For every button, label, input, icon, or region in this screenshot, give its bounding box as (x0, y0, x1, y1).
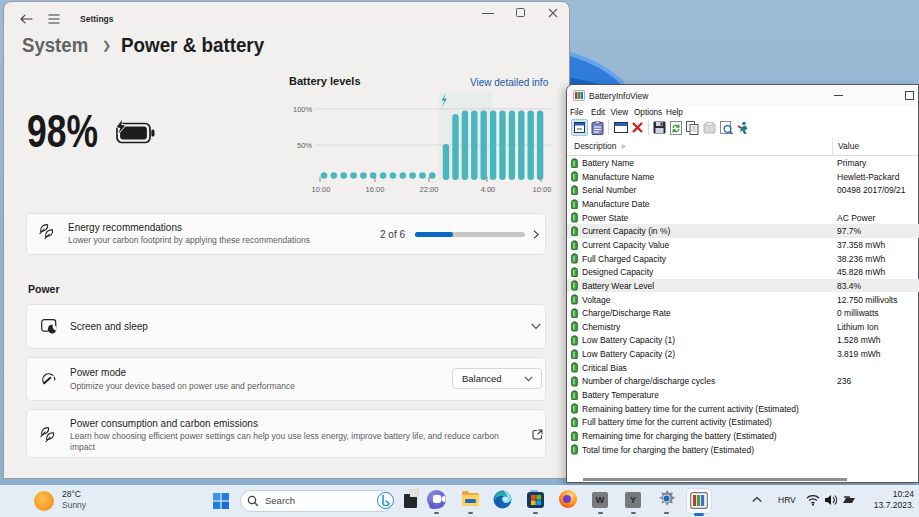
svg-text:16:00: 16:00 (366, 185, 385, 194)
svg-text:4:00: 4:00 (481, 185, 496, 194)
svg-text:22:00: 22:00 (420, 185, 439, 194)
svg-text:10:00: 10:00 (312, 185, 331, 194)
svg-text:100%: 100% (293, 105, 313, 114)
svg-text:10:00: 10:00 (533, 185, 552, 194)
svg-text:50%: 50% (297, 141, 312, 150)
